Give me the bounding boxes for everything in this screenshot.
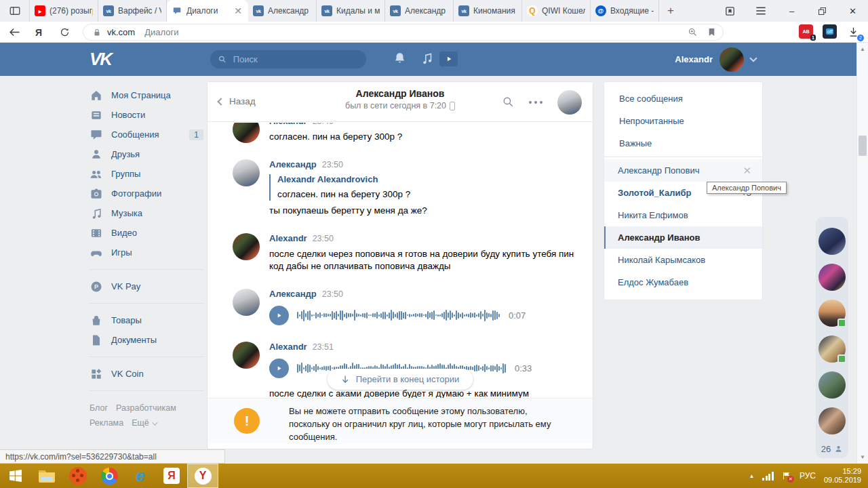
footer-link[interactable]: Реклама [90, 417, 123, 429]
back-icon[interactable] [5, 24, 23, 40]
message-author-avatar[interactable] [233, 233, 260, 260]
scrollbar-thumb[interactable] [859, 136, 867, 156]
browser-tab[interactable]: vkАлександр [385, 0, 454, 22]
message-author-avatar[interactable] [233, 289, 260, 316]
clock[interactable]: 15:29 09.05.2019 [824, 467, 861, 485]
new-tab-button[interactable]: + [659, 0, 682, 22]
sidebar-item-video[interactable]: Видео [90, 223, 203, 243]
message-author-link[interactable]: Alexandr [269, 233, 307, 243]
downloads-icon[interactable]: 2 [846, 24, 861, 39]
sidebar-item-games[interactable]: Игры [90, 243, 203, 262]
sidebar-item-messages[interactable]: Сообщения1 [90, 125, 203, 144]
page-scrollbar[interactable]: ▲ ▼ [856, 43, 868, 464]
chat-search-icon[interactable] [502, 96, 514, 108]
bookmark-icon[interactable] [707, 27, 716, 37]
browser-tab[interactable]: vkАлександр [248, 0, 317, 22]
conversation-row[interactable]: Александр Попович✕ [604, 159, 762, 182]
side-panel-icon[interactable] [0, 0, 30, 22]
sidebar-item-market[interactable]: Товары [90, 310, 203, 330]
chat-more-icon[interactable] [529, 101, 542, 104]
jump-to-end-button[interactable]: Перейти в конец истории [328, 369, 473, 390]
message-author-avatar[interactable] [233, 123, 260, 143]
refresh-icon[interactable] [56, 24, 73, 40]
friend-online-avatar[interactable] [818, 407, 846, 434]
footer-link[interactable]: Разработчикам [116, 402, 176, 414]
window-minimize-button[interactable]: – [776, 0, 807, 22]
sidebar-item-music[interactable]: Музыка [90, 203, 203, 223]
sidebar-item-photos[interactable]: Фотографии [90, 184, 203, 203]
footer-link[interactable]: Блог [90, 402, 108, 414]
protect-extension-icon[interactable]: off [823, 24, 837, 39]
chat-peer-avatar[interactable] [557, 90, 582, 115]
footer-link[interactable]: Ещё [132, 417, 156, 429]
conversation-row[interactable]: Елдос Жумабаев [604, 271, 762, 293]
menu-icon[interactable] [745, 0, 776, 22]
vk-logo[interactable]: VK [90, 49, 111, 70]
yandex-home-icon[interactable]: Я [30, 24, 47, 40]
friend-online-avatar[interactable] [818, 371, 846, 399]
message-author-link[interactable]: Alexandr [269, 123, 307, 126]
browser-tab[interactable]: vkКиномания [454, 0, 522, 22]
scroll-down-icon[interactable]: ▼ [857, 452, 868, 462]
message-author-link[interactable]: Александр [269, 289, 317, 299]
zoom-search-icon[interactable] [688, 27, 698, 37]
music-icon[interactable] [420, 52, 433, 65]
taskbar-app-internet-explorer[interactable]: e [125, 464, 156, 488]
taskbar-app-explorer[interactable] [31, 464, 62, 488]
message-author-link[interactable]: Alexandr [269, 342, 307, 352]
browser-tab[interactable]: Диалоги✕ [167, 0, 248, 22]
account-menu[interactable]: Alexandr [675, 43, 756, 76]
action-center-flag-icon[interactable]: ✕ [782, 471, 791, 481]
message-author-avatar[interactable] [233, 342, 260, 369]
sidebar-item-friends[interactable]: Друзья [90, 144, 203, 164]
friends-online-count[interactable]: 26 [821, 444, 843, 454]
dialogs-filter[interactable]: Важные [604, 132, 762, 155]
browser-tab[interactable]: ▶(276) розыгр [30, 0, 98, 22]
notifications-bell-icon[interactable] [393, 52, 406, 65]
scroll-up-icon[interactable]: ▲ [857, 44, 868, 54]
friend-online-avatar[interactable] [818, 264, 846, 291]
tray-expand-icon[interactable]: ▲ [749, 473, 754, 479]
sidebar-item-docs[interactable]: Документы [90, 330, 203, 350]
message-author-avatar[interactable] [233, 159, 260, 186]
conversation-row[interactable]: Николай Карымсаков [604, 249, 762, 271]
browser-tab[interactable]: QQIWI Кошел [522, 0, 591, 22]
taskbar-app-yandex-browser[interactable]: Y [187, 464, 218, 488]
language-indicator[interactable]: РУС [800, 471, 816, 481]
url-omnibox[interactable]: vk.com Диалоги [83, 24, 724, 41]
browser-tab[interactable]: vkКидалы и м [317, 0, 385, 22]
friend-online-avatar[interactable] [818, 228, 846, 255]
sidebar-item-vkpay[interactable]: PVK Pay [90, 277, 203, 296]
browser-tab[interactable]: @Входящие - [591, 0, 659, 22]
network-icon[interactable] [762, 472, 774, 481]
tab-close-icon[interactable]: ✕ [233, 6, 243, 16]
quote-author-link[interactable]: Alexandr Alexandrovich [277, 174, 427, 185]
conversation-row[interactable]: Никита Елфимов [604, 204, 762, 226]
taskbar-app-chrome[interactable] [94, 464, 125, 488]
friend-online-avatar[interactable] [818, 300, 846, 327]
browser-tab[interactable]: vkВарфейс / V [98, 0, 167, 22]
window-close-button[interactable]: ✕ [837, 0, 868, 22]
adblock-extension-icon[interactable]: AB 1 [799, 24, 813, 39]
sidebar-item-home[interactable]: Моя Страница [90, 85, 203, 105]
sidebar-item-vkcoin[interactable]: VK Coin [90, 364, 203, 384]
message-author-link[interactable]: Александр [269, 159, 317, 169]
voice-waveform[interactable] [297, 306, 500, 324]
taskbar-app-start[interactable] [0, 464, 31, 488]
close-icon[interactable]: ✕ [743, 165, 751, 176]
friend-online-avatar[interactable] [818, 336, 846, 363]
vk-search-input[interactable] [232, 54, 358, 65]
video-play-icon[interactable] [439, 52, 458, 66]
conversation-row[interactable]: Александр Иванов [604, 226, 762, 249]
voice-play-button[interactable] [269, 306, 289, 325]
collections-icon[interactable] [714, 0, 745, 22]
voice-play-button[interactable] [269, 359, 289, 378]
sidebar-item-groups[interactable]: Группы [90, 164, 203, 184]
window-restore-button[interactable] [807, 0, 837, 22]
taskbar-app-media-player[interactable] [62, 464, 94, 488]
vk-search-box[interactable] [210, 50, 366, 68]
taskbar-app-yandex-search[interactable]: Я [156, 464, 187, 488]
dialogs-filter[interactable]: Непрочитанные [604, 110, 762, 132]
dialogs-filter[interactable]: Все сообщения [604, 87, 762, 110]
sidebar-item-news[interactable]: Новости [90, 105, 203, 125]
